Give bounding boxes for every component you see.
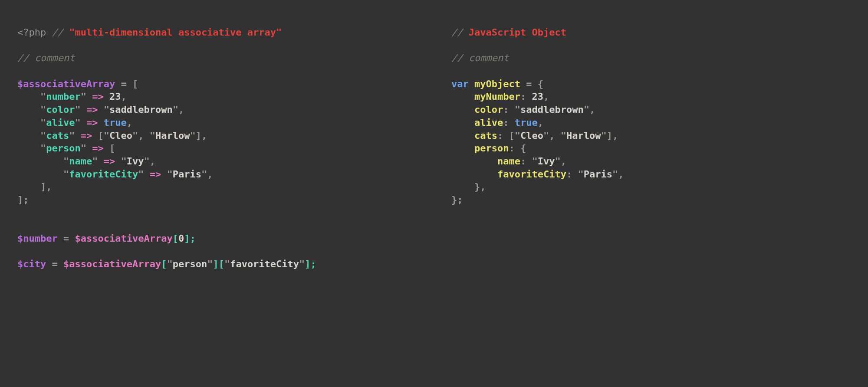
str-quote: " xyxy=(104,130,109,141)
comma: , xyxy=(549,130,561,141)
str-quote: " xyxy=(69,130,75,141)
str-quote: " xyxy=(555,156,560,167)
string-literal: Ivy xyxy=(127,156,144,167)
arrow-op: => xyxy=(75,130,98,141)
str-quote: " xyxy=(40,104,46,115)
colon: : xyxy=(520,156,532,167)
str-quote: " xyxy=(150,130,155,141)
array-key: name xyxy=(69,156,92,167)
brace: { xyxy=(520,143,526,154)
arrow-op: => xyxy=(81,104,104,115)
comma: , xyxy=(612,130,618,141)
str-quote: " xyxy=(132,130,138,141)
bracket: [ xyxy=(98,130,103,141)
str-quote: " xyxy=(40,117,46,128)
comment-slash: // xyxy=(17,52,29,63)
number-literal: 23 xyxy=(532,91,543,102)
string-literal: person xyxy=(173,259,207,269)
str-quote: " xyxy=(75,104,80,115)
comment-slash: // xyxy=(451,52,463,63)
str-quote: " xyxy=(515,130,520,141)
keyword-var: var xyxy=(451,79,474,89)
assign: = xyxy=(58,233,75,244)
str-quote: " xyxy=(532,156,537,167)
bracket: [ xyxy=(161,259,167,269)
str-quote: " xyxy=(612,169,618,180)
assign-open: = { xyxy=(520,79,543,89)
bracket-close: ]; xyxy=(17,194,29,205)
array-key: number xyxy=(46,91,80,102)
bracket: [ xyxy=(173,233,178,244)
str-quote: " xyxy=(75,117,80,128)
comma: , xyxy=(150,156,155,167)
php-variable: $number xyxy=(17,233,58,244)
str-quote: " xyxy=(561,130,566,141)
str-quote: " xyxy=(40,91,46,102)
str-quote: " xyxy=(543,130,549,141)
string-literal: Paris xyxy=(173,169,201,180)
bracket: ] xyxy=(196,130,201,141)
array-key: cats xyxy=(46,130,69,141)
string-literal: Cleo xyxy=(520,130,543,141)
bracket: ]; xyxy=(184,233,196,244)
str-quote: " xyxy=(224,259,230,269)
string-literal: saddlebrown xyxy=(109,104,173,115)
colon: : xyxy=(497,130,509,141)
comma: , xyxy=(201,130,207,141)
colon: : xyxy=(503,117,515,128)
comma: , xyxy=(618,169,624,180)
number-literal: 0 xyxy=(178,233,184,244)
string-literal: favoriteCity xyxy=(230,259,299,269)
str-quote: " xyxy=(138,169,144,180)
arrow-op: => xyxy=(81,117,104,128)
comment-quote: " xyxy=(276,27,282,38)
bracket: [ xyxy=(109,143,115,154)
str-quote: " xyxy=(40,143,46,154)
brace-close: }, xyxy=(451,181,486,192)
bracket: [ xyxy=(509,130,514,141)
object-key: alive xyxy=(474,117,503,128)
comma: , xyxy=(561,156,566,167)
assign: = xyxy=(46,259,63,269)
colon: : xyxy=(509,143,520,154)
comment-text: comment xyxy=(463,52,509,63)
array-key: favoriteCity xyxy=(69,169,138,180)
string-literal: Paris xyxy=(584,169,612,180)
str-quote: " xyxy=(578,169,583,180)
str-quote: " xyxy=(584,104,589,115)
js-identifier: myObject xyxy=(474,79,520,89)
colon: : xyxy=(566,169,578,180)
string-literal: Ivy xyxy=(538,156,555,167)
object-key: color xyxy=(474,104,503,115)
arrow-op: => xyxy=(86,143,109,154)
array-key: alive xyxy=(46,117,75,128)
string-literal: Cleo xyxy=(109,130,132,141)
comment-quote: " xyxy=(69,27,75,38)
object-key: myNumber xyxy=(474,91,520,102)
str-quote: " xyxy=(601,130,606,141)
str-quote: " xyxy=(63,156,69,167)
str-quote: " xyxy=(207,259,213,269)
comma: , xyxy=(207,169,213,180)
bracket-close: ], xyxy=(17,181,52,192)
comma: , xyxy=(138,130,150,141)
arrow-op: => xyxy=(98,156,121,167)
bool-literal: true xyxy=(104,117,127,128)
php-code-pane: <?php // "multi-dimensional associative … xyxy=(17,26,451,361)
str-quote: " xyxy=(40,130,46,141)
bracket: ][ xyxy=(213,259,224,269)
str-quote: " xyxy=(201,169,207,180)
string-literal: Harlow xyxy=(566,130,601,141)
object-key: person xyxy=(474,143,509,154)
php-variable-ref: $associativeArray xyxy=(75,233,172,244)
str-quote: " xyxy=(81,91,86,102)
comma: , xyxy=(127,117,132,128)
array-key: color xyxy=(46,104,75,115)
str-quote: " xyxy=(515,104,520,115)
str-quote: " xyxy=(63,169,69,180)
str-quote: " xyxy=(167,259,172,269)
comma: , xyxy=(543,91,549,102)
bool-literal: true xyxy=(515,117,538,128)
object-key: favoriteCity xyxy=(497,169,566,180)
brace-close: }; xyxy=(451,194,463,205)
